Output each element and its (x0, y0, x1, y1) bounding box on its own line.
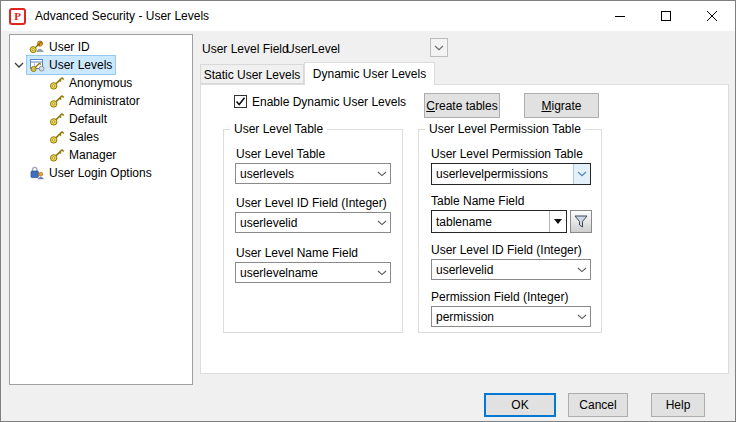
cancel-button[interactable]: Cancel (568, 393, 628, 417)
field-label: Permission Field (Integer) (431, 290, 568, 304)
chevron-down-icon (434, 45, 444, 51)
permission-user-level-id-combo[interactable]: userlevelid (431, 259, 591, 280)
chevron-down-icon (573, 307, 590, 326)
user-levels-icon (29, 57, 45, 73)
key-icon (49, 111, 65, 127)
tree-item-sales[interactable]: Sales (47, 128, 102, 146)
group-title: User Level Permission Table (425, 122, 585, 136)
user-level-field-dropdown-button[interactable] (430, 38, 448, 57)
user-level-permission-table-combo[interactable]: userlevelpermissions (431, 163, 591, 185)
minimize-button[interactable] (597, 1, 643, 31)
key-icon (49, 147, 65, 163)
user-level-id-field-combo[interactable]: userlevelid (235, 212, 391, 233)
help-button[interactable]: Help (651, 393, 705, 417)
field-label: User Level Name Field (236, 246, 358, 260)
tree-item-user-login-options[interactable]: User Login Options (27, 164, 155, 182)
table-name-field-combo[interactable]: tablename (431, 210, 567, 233)
tree-item-manager[interactable]: Manager (47, 146, 119, 164)
chevron-down-icon (373, 213, 390, 232)
tab-dynamic-user-levels[interactable]: Dynamic User Levels (304, 62, 435, 85)
tree-item-label: Anonymous (69, 76, 132, 90)
key-icon (49, 75, 65, 91)
window-controls (597, 1, 735, 31)
tree-item-label: User ID (49, 40, 90, 54)
field-label: User Level ID Field (Integer) (236, 196, 387, 210)
dialog-window: P Advanced Security - User Levels (0, 0, 736, 422)
lock-user-icon (29, 165, 45, 181)
chevron-down-icon (573, 164, 590, 184)
chevron-down-icon[interactable] (13, 59, 25, 71)
chevron-down-icon (373, 263, 390, 282)
field-label: User Level ID Field (Integer) (431, 243, 582, 257)
user-level-table-combo[interactable]: userlevels (235, 163, 391, 184)
filter-button[interactable] (570, 210, 592, 233)
tree-item-anonymous[interactable]: Anonymous (47, 74, 135, 92)
tree-item-label: Sales (69, 130, 99, 144)
dropdown-arrow-icon[interactable] (549, 211, 566, 232)
tree-item-user-levels[interactable]: User Levels (27, 56, 115, 74)
user-level-field-label: User Level Field (202, 42, 289, 56)
maximize-button[interactable] (643, 1, 689, 31)
user-level-table-group: User Level Table User Level Table userle… (223, 129, 403, 333)
chevron-down-icon (573, 260, 590, 279)
user-level-permission-table-group: User Level Permission Table User Level P… (418, 129, 602, 333)
window-title: Advanced Security - User Levels (35, 9, 209, 23)
tree-item-label: Administrator (69, 94, 140, 108)
tree-item-label: User Login Options (49, 166, 152, 180)
dynamic-user-levels-page: Enable Dynamic User Levels Create tables… (200, 84, 729, 374)
tree-item-administrator[interactable]: Administrator (47, 92, 143, 110)
tree-item-default[interactable]: Default (47, 110, 110, 128)
create-tables-button[interactable]: Create tables (424, 93, 500, 118)
app-icon: P (9, 8, 26, 25)
filter-funnel-icon (574, 215, 588, 228)
field-label: User Level Permission Table (431, 147, 583, 161)
user-id-icon (29, 39, 45, 55)
permission-field-combo[interactable]: permission (431, 306, 591, 327)
maximize-icon (661, 11, 672, 22)
tree-item-label: User Levels (49, 58, 112, 72)
enable-dynamic-checkbox-label[interactable]: Enable Dynamic User Levels (252, 95, 406, 109)
tab-static-user-levels[interactable]: Static User Levels (200, 64, 304, 84)
user-level-name-field-combo[interactable]: userlevelname (235, 262, 391, 283)
security-tree: User ID User Levels (9, 34, 193, 385)
tree-item-user-id[interactable]: User ID (27, 38, 93, 56)
minimize-icon (615, 11, 626, 22)
migrate-button[interactable]: Migrate (524, 93, 599, 118)
key-icon (49, 129, 65, 145)
close-icon (707, 11, 718, 22)
key-icon (49, 93, 65, 109)
field-label: Table Name Field (431, 194, 524, 208)
checkmark-icon (235, 96, 246, 107)
chevron-down-icon (373, 164, 390, 183)
ok-button[interactable]: OK (484, 393, 556, 417)
close-button[interactable] (689, 1, 735, 31)
group-title: User Level Table (230, 122, 327, 136)
field-label: User Level Table (236, 147, 325, 161)
tree-item-label: Default (69, 112, 107, 126)
tree-item-label: Manager (69, 148, 116, 162)
title-bar[interactable]: P Advanced Security - User Levels (1, 1, 735, 31)
enable-dynamic-checkbox[interactable] (234, 95, 247, 108)
user-level-field-value[interactable]: UserLevel (286, 42, 340, 56)
